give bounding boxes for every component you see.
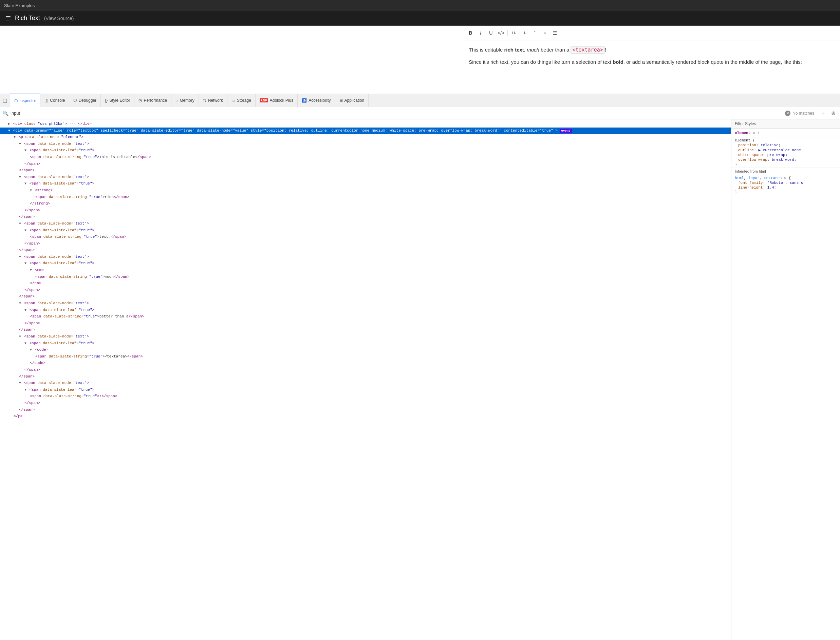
html-line[interactable]: </code>: [0, 360, 731, 366]
clear-search-button[interactable]: ✕: [785, 110, 790, 116]
html-line[interactable]: </span>: [0, 207, 731, 214]
html-line[interactable]: </span>: [0, 326, 731, 333]
accessibility-icon: ♿: [302, 98, 307, 103]
html-line[interactable]: </span>: [0, 240, 731, 247]
html-line[interactable]: </span>: [0, 247, 731, 254]
html-panel[interactable]: ▶ <div class="css-ph32ka"> ··· </div> ▼ …: [0, 119, 731, 640]
ul-button[interactable]: ☰: [550, 29, 559, 37]
search-icon: 🔍: [3, 110, 8, 116]
html-line[interactable]: </span>: [0, 287, 731, 294]
debugger-icon: ⬡: [73, 98, 77, 103]
html-line[interactable]: <span data-slate-string="true">This is e…: [0, 154, 731, 161]
html-line[interactable]: </span>: [0, 214, 731, 221]
html-line[interactable]: ▼ <span data-slate-node="text">: [0, 174, 731, 181]
html-line[interactable]: ▼ <span data-slate-leaf="true">: [0, 340, 731, 347]
inherited-close-brace: }: [731, 190, 840, 195]
console-icon: ◫: [45, 98, 48, 103]
memory-label: Memory: [180, 98, 194, 103]
menu-icon[interactable]: ☰: [5, 14, 11, 22]
view-source-link[interactable]: (View Source): [44, 16, 74, 21]
html-line[interactable]: </span>: [0, 366, 731, 373]
app-bar: ☰ Rich Text (View Source): [0, 11, 840, 26]
html-line-selected[interactable]: ▼ <div data-gramm="false" role="textbox"…: [0, 128, 731, 134]
code-button[interactable]: </>: [497, 29, 505, 37]
html-line[interactable]: ▼ <span data-slate-leaf="true">: [0, 181, 731, 187]
text-textarea-ref: <textarea>: [571, 46, 604, 54]
debugger-label: Debugger: [79, 98, 96, 103]
style-prop-overflow-wrap: overflow-wrap: break-word;: [731, 157, 840, 162]
tab-inspector[interactable]: ⬡ Inspector: [10, 94, 40, 107]
h2-button[interactable]: H₂: [520, 29, 529, 37]
editor-content[interactable]: This is editable rich text, much better …: [462, 40, 840, 76]
h1-button[interactable]: H₁: [510, 29, 519, 37]
html-line[interactable]: <span data-slate-string="true">rich</spa…: [0, 194, 731, 201]
inherited-gear-icon[interactable]: ⚙: [784, 176, 786, 180]
devtools-main: ▶ <div class="css-ph32ka"> ··· </div> ▼ …: [0, 119, 840, 640]
event-badge[interactable]: event: [559, 129, 572, 133]
selector-gear-icon[interactable]: ⚙: [753, 131, 755, 135]
html-line[interactable]: <span data-slate-string="true">!</span>: [0, 393, 731, 400]
tab-pick-element[interactable]: ⬚: [0, 94, 10, 107]
blockquote-button[interactable]: ": [530, 29, 539, 37]
network-icon: ⇅: [203, 98, 206, 103]
html-line[interactable]: ▼ <span data-slate-leaf="true">: [0, 147, 731, 154]
tab-performance[interactable]: ◷ Performance: [135, 94, 172, 107]
html-line[interactable]: ▼ <span data-slate-node="text">: [0, 141, 731, 147]
html-line[interactable]: </p>: [0, 413, 731, 420]
ol-button[interactable]: ≡: [540, 29, 549, 37]
inspector-label: Inspector: [19, 98, 36, 103]
html-line[interactable]: </span>: [0, 161, 731, 168]
style-block: element { position: relative; outline: ▶…: [731, 138, 840, 168]
html-line[interactable]: <span data-slate-string="true">text,</sp…: [0, 234, 731, 240]
html-line[interactable]: ▶ <div class="css-ph32ka"> ··· </div>: [0, 121, 731, 128]
collapse-triangle[interactable]: ▶: [8, 122, 10, 126]
add-rule-button[interactable]: +: [819, 109, 827, 117]
style-prop-line-height: line-height: 1.4;: [731, 185, 840, 190]
html-line[interactable]: </span>: [0, 373, 731, 380]
pick-element-button[interactable]: ⊕: [829, 109, 837, 117]
tab-debugger[interactable]: ⬡ Debugger: [69, 94, 101, 107]
collapse-triangle[interactable]: ▼: [8, 129, 10, 133]
tab-network[interactable]: ⇅ Network: [199, 94, 228, 107]
search-input[interactable]: [11, 110, 783, 116]
html-line[interactable]: ▼ <span data-slate-node="text">: [0, 300, 731, 307]
html-line[interactable]: ▼ <span data-slate-node="text">: [0, 221, 731, 227]
html-line[interactable]: ▼ <span data-slate-leaf="true">: [0, 227, 731, 234]
html-line[interactable]: </span>: [0, 293, 731, 300]
italic-button[interactable]: I: [476, 29, 485, 37]
app-title: Rich Text: [15, 14, 40, 22]
html-line[interactable]: <span data-slate-string="true"><textarea…: [0, 354, 731, 360]
tab-application[interactable]: ⊞ Application: [335, 94, 369, 107]
tab-console[interactable]: ◫ Console: [40, 94, 69, 107]
html-line[interactable]: <span data-slate-string="true">much</spa…: [0, 274, 731, 280]
tab-storage[interactable]: ▭ Storage: [228, 94, 256, 107]
html-line[interactable]: ▼ <span data-slate-leaf="true">: [0, 387, 731, 394]
tab-memory[interactable]: ○ Memory: [172, 94, 199, 107]
html-line[interactable]: </span>: [0, 400, 731, 406]
html-line[interactable]: ▼ <span data-slate-node="text">: [0, 333, 731, 340]
html-line[interactable]: ▼ <span data-slate-node="text">: [0, 254, 731, 261]
html-line[interactable]: ▼ <span data-slate-leaf="true">: [0, 260, 731, 267]
html-line[interactable]: </span>: [0, 320, 731, 327]
console-label: Console: [50, 98, 65, 103]
underline-button[interactable]: U: [486, 29, 495, 37]
html-line[interactable]: ▼ <span data-slate-node="text">: [0, 380, 731, 387]
pick-element-icon: ⬚: [3, 98, 7, 103]
selector-plus-icon[interactable]: +: [757, 131, 760, 135]
html-line[interactable]: ▼ <strong>: [0, 187, 731, 194]
tab-style-editor[interactable]: {} Style Editor: [101, 94, 135, 107]
html-line[interactable]: ▼ <code>: [0, 347, 731, 354]
html-line[interactable]: </span>: [0, 406, 731, 413]
tab-adblock[interactable]: ABP Adblock Plus: [256, 94, 298, 107]
html-line[interactable]: </em>: [0, 280, 731, 287]
html-line[interactable]: ▼ <span data-slate-leaf="true">: [0, 307, 731, 314]
inspector-icon: ⬡: [14, 98, 18, 103]
html-line[interactable]: </span>: [0, 167, 731, 174]
html-line[interactable]: ▼ <em>: [0, 267, 731, 274]
html-line[interactable]: </strong>: [0, 200, 731, 207]
bold-button[interactable]: B: [466, 29, 475, 37]
storage-icon: ▭: [231, 98, 235, 103]
html-line[interactable]: ▼ <p data-slate-node="element">: [0, 134, 731, 141]
html-line[interactable]: <span data-slate-string="true">better th…: [0, 314, 731, 320]
tab-accessibility[interactable]: ♿ Accessibility: [298, 94, 335, 107]
